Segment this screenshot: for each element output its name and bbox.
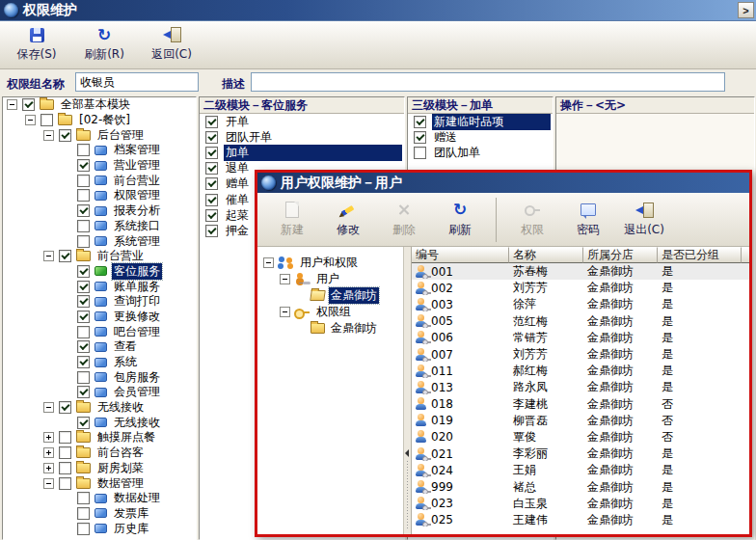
checkbox[interactable]: [77, 523, 90, 535]
tree-item[interactable]: 发票库: [3, 506, 196, 522]
toolbar-save-button[interactable]: 保存(S): [12, 26, 62, 63]
collapse-icon[interactable]: [43, 478, 54, 489]
checkbox[interactable]: [205, 209, 218, 222]
tree-item[interactable]: 客位服务: [3, 264, 196, 280]
splitter[interactable]: [404, 247, 412, 534]
checkbox[interactable]: [414, 147, 426, 159]
table-row[interactable]: 001苏春梅金鼎御坊是: [412, 263, 749, 280]
checkbox[interactable]: [59, 477, 71, 490]
tree-item[interactable]: 用户和权限: [257, 255, 403, 271]
module-item[interactable]: 团队加单: [408, 145, 553, 160]
expand-icon[interactable]: [43, 463, 54, 473]
tree-item[interactable]: 权限组: [257, 304, 403, 320]
checkbox[interactable]: [77, 281, 90, 293]
checkbox[interactable]: [205, 177, 218, 190]
checkbox[interactable]: [59, 250, 71, 262]
tree-item[interactable]: 账单服务: [3, 279, 196, 294]
checkbox[interactable]: [77, 310, 90, 323]
table-row[interactable]: 011郝红梅金鼎御坊是: [412, 363, 749, 379]
tree-item[interactable]: 前台营业: [3, 173, 196, 188]
table-row[interactable]: 023白玉泉金鼎御坊是: [412, 496, 749, 512]
checkbox[interactable]: [205, 225, 218, 237]
tree-item[interactable]: 权限管理: [3, 188, 196, 203]
checkbox[interactable]: [205, 194, 218, 206]
dialog-refresh-button[interactable]: 刷新: [437, 202, 483, 238]
tree-item[interactable]: 无线接收: [3, 400, 196, 416]
dialog-note-button[interactable]: 密码: [565, 202, 611, 238]
tree-item[interactable]: 数据管理: [3, 475, 196, 491]
collapse-icon[interactable]: [43, 130, 54, 141]
checkbox[interactable]: [77, 265, 90, 278]
checkbox[interactable]: [59, 431, 71, 444]
checkbox[interactable]: [205, 162, 218, 175]
table-row[interactable]: 021李彩丽金鼎御坊是: [412, 446, 749, 462]
description-input[interactable]: [251, 72, 725, 92]
titlebar-more-button[interactable]: >: [738, 2, 754, 18]
tree-item[interactable]: 查询打印: [3, 294, 196, 310]
tree-item[interactable]: 触摸屏点餐: [3, 430, 196, 446]
tree-item[interactable]: 吧台管理: [3, 324, 196, 339]
module-item[interactable]: 加单: [200, 145, 404, 160]
toolbar-refresh-button[interactable]: 刷新(R): [79, 26, 129, 63]
toolbar-back-button[interactable]: 返回(C): [147, 26, 197, 63]
table-row[interactable]: 019柳晋磊金鼎御坊否: [412, 413, 749, 429]
table-row[interactable]: 007刘芳芳金鼎御坊是: [412, 346, 749, 363]
checkbox[interactable]: [77, 220, 90, 232]
checkbox[interactable]: [205, 116, 218, 128]
module-item[interactable]: 新建临时品项: [408, 114, 553, 129]
checkbox[interactable]: [77, 326, 90, 338]
checkbox[interactable]: [414, 131, 426, 144]
table-row[interactable]: 006常错芳金鼎御坊是: [412, 330, 749, 346]
checkbox[interactable]: [77, 204, 90, 217]
checkbox[interactable]: [59, 462, 71, 474]
collapse-icon[interactable]: [43, 402, 54, 413]
table-row[interactable]: 018李建桃金鼎御坊否: [412, 396, 749, 413]
checkbox[interactable]: [205, 147, 218, 159]
checkbox[interactable]: [77, 159, 90, 172]
checkbox[interactable]: [77, 371, 90, 384]
checkbox[interactable]: [77, 492, 90, 504]
table-row[interactable]: 999褚总金鼎御坊是: [412, 478, 749, 495]
table-row[interactable]: 013路永凤金鼎御坊是: [412, 379, 749, 395]
checkbox[interactable]: [77, 189, 90, 202]
tree-item[interactable]: 更换修改: [3, 310, 196, 325]
tree-item[interactable]: [02-餐饮]: [3, 113, 196, 128]
checkbox[interactable]: [77, 507, 90, 520]
checkbox[interactable]: [77, 386, 90, 398]
group-name-input[interactable]: [75, 72, 199, 92]
checkbox[interactable]: [77, 417, 90, 429]
column-header[interactable]: 名称: [509, 247, 583, 263]
checkbox[interactable]: [77, 356, 90, 368]
tree-item[interactable]: 系统管理: [3, 233, 196, 249]
checkbox[interactable]: [59, 401, 71, 414]
tree-item[interactable]: 金鼎御坊: [257, 320, 403, 337]
table-row[interactable]: 003徐萍金鼎御坊是: [412, 296, 749, 312]
table-row[interactable]: 024王娟金鼎御坊是: [412, 462, 749, 478]
tree-item[interactable]: 用户: [257, 271, 403, 287]
table-row[interactable]: 002刘芳芳金鼎御坊是: [412, 280, 749, 296]
splitter-collapse-icon[interactable]: [405, 449, 409, 457]
checkbox[interactable]: [205, 131, 218, 144]
module-item[interactable]: 开单: [200, 114, 404, 129]
collapse-icon[interactable]: [43, 251, 54, 261]
checkbox[interactable]: [59, 129, 71, 142]
dialog-exit-button[interactable]: 退出(C): [621, 202, 667, 238]
collapse-icon[interactable]: [263, 257, 274, 268]
checkbox[interactable]: [40, 114, 53, 126]
checkbox[interactable]: [77, 340, 90, 353]
table-row[interactable]: 020覃俊金鼎御坊否: [412, 429, 749, 446]
tree-item[interactable]: 报表分析: [3, 203, 196, 219]
module-item[interactable]: 团队开单: [200, 129, 404, 145]
expand-icon[interactable]: [43, 432, 54, 443]
checkbox[interactable]: [414, 116, 426, 128]
module-item[interactable]: 赠送: [408, 129, 553, 145]
collapse-icon[interactable]: [7, 99, 17, 110]
checkbox[interactable]: [77, 295, 90, 308]
tree-item[interactable]: 档案管理: [3, 143, 196, 158]
tree-item[interactable]: 后台管理: [3, 127, 196, 143]
checkbox[interactable]: [77, 144, 90, 156]
collapse-icon[interactable]: [280, 274, 290, 284]
tree-item[interactable]: 金鼎御坊: [257, 287, 403, 304]
dialog-pencil-button[interactable]: 修改: [325, 202, 371, 238]
tree-item[interactable]: 包房服务: [3, 369, 196, 385]
